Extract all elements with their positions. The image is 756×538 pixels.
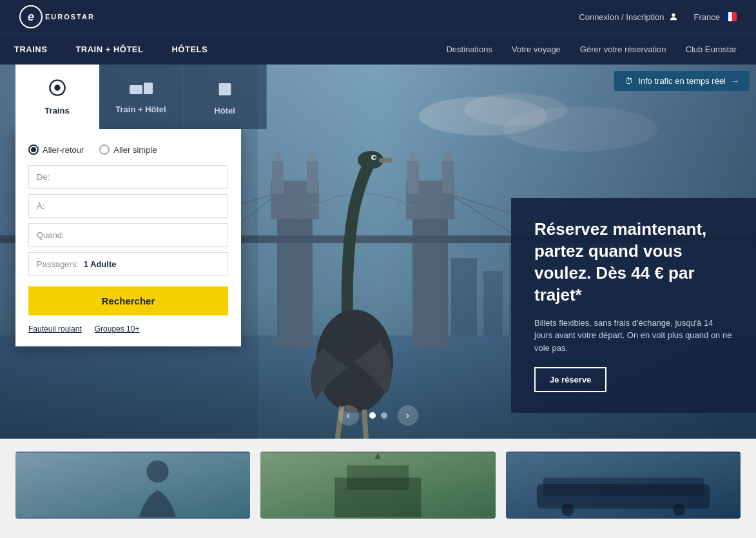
- tab-trains[interactable]: Trains: [15, 65, 99, 129]
- svg-rect-7: [271, 181, 319, 219]
- wheelchair-link[interactable]: Fauteuil roulant: [28, 324, 82, 334]
- aller-retour-option[interactable]: Aller-retour: [28, 144, 84, 155]
- svg-rect-25: [451, 258, 477, 335]
- svg-rect-14: [407, 161, 419, 194]
- card-2[interactable]: [260, 452, 495, 519]
- passengers-field[interactable]: Passagers: 1 Adulte: [28, 252, 228, 276]
- card-3-image: [506, 452, 741, 519]
- svg-point-37: [54, 85, 60, 90]
- svg-point-3: [419, 97, 548, 135]
- when-placeholder: Quand:: [37, 230, 64, 240]
- svg-rect-46: [347, 465, 409, 490]
- bottom-cards: [0, 439, 756, 532]
- svg-rect-6: [277, 206, 313, 348]
- extra-links: Fauteuil roulant Groupes 10+: [28, 324, 228, 334]
- svg-rect-12: [412, 206, 448, 348]
- svg-point-30: [371, 155, 376, 160]
- promo-title: Réservez maintenant, partez quand vous v…: [534, 219, 733, 306]
- aller-simple-label: Aller simple: [113, 145, 157, 155]
- from-placeholder: De:: [37, 172, 50, 182]
- svg-point-28: [358, 151, 383, 169]
- card-1[interactable]: [15, 452, 250, 519]
- login-link[interactable]: Connexion / Inscription: [579, 12, 678, 22]
- svg-point-31: [373, 156, 376, 159]
- aller-retour-radio[interactable]: [28, 144, 39, 155]
- traffic-arrow: →: [731, 76, 739, 86]
- carousel-next[interactable]: ›: [398, 405, 418, 426]
- traffic-info-button[interactable]: ⏱ Info trafic en temps réel →: [614, 71, 750, 91]
- nav-reservation[interactable]: Gérer votre réservation: [580, 45, 666, 54]
- top-right-controls: Connexion / Inscription France: [579, 12, 737, 22]
- svg-rect-42: [15, 453, 250, 517]
- top-bar: e EUROSTAR Connexion / Inscription Franc…: [0, 0, 756, 34]
- svg-point-43: [146, 461, 169, 483]
- logo: e EUROSTAR: [19, 5, 95, 28]
- country-label: France: [694, 12, 720, 22]
- to-field[interactable]: À:: [28, 194, 228, 218]
- nav-right: Destinations Votre voyage Gérer votre ré…: [446, 45, 756, 54]
- svg-point-32: [316, 310, 393, 413]
- tab-hotel[interactable]: Hôtel: [183, 65, 267, 129]
- promo-description: Billets flexibles, sans frais d'échange,…: [534, 317, 733, 355]
- search-panel: Aller-retour Aller simple De: À: Quand: …: [15, 129, 241, 346]
- tab-train-hotel[interactable]: Train + Hôtel: [99, 65, 183, 129]
- trains-icon: [48, 79, 66, 101]
- aller-simple-option[interactable]: Aller simple: [99, 144, 157, 155]
- promo-button[interactable]: Je réserve: [534, 367, 606, 392]
- card-2-image: [260, 452, 495, 519]
- svg-marker-16: [407, 148, 419, 161]
- svg-rect-41: [222, 83, 227, 88]
- svg-marker-11: [307, 148, 318, 161]
- groups-link[interactable]: Groupes 10+: [95, 324, 140, 334]
- logo-circle: e: [19, 5, 43, 28]
- country-selector[interactable]: France: [694, 12, 737, 22]
- nav-bar: TRAINS TRAIN + HÔTEL HÔTELS Destinations…: [0, 34, 756, 65]
- nav-club[interactable]: Club Eurostar: [686, 45, 737, 54]
- carousel-controls: ‹ ›: [338, 405, 418, 426]
- traffic-icon: ⏱: [625, 76, 633, 86]
- logo-letter: e: [28, 10, 34, 24]
- carousel-prev[interactable]: ‹: [338, 405, 359, 426]
- carousel-dot-1[interactable]: [369, 412, 376, 419]
- user-icon: [668, 12, 679, 22]
- svg-rect-13: [406, 181, 454, 219]
- aller-simple-radio[interactable]: [99, 144, 110, 155]
- svg-rect-8: [272, 161, 284, 194]
- svg-line-24: [448, 194, 516, 235]
- svg-rect-38: [130, 85, 142, 94]
- nav-item-hotels[interactable]: HÔTELS: [157, 34, 222, 65]
- card-3[interactable]: [506, 452, 741, 519]
- svg-point-4: [464, 94, 567, 126]
- logo-name: EUROSTAR: [45, 13, 95, 21]
- carousel-dots: [369, 412, 387, 419]
- nav-item-trains[interactable]: TRAINS: [0, 34, 61, 65]
- svg-rect-9: [307, 161, 318, 194]
- nav-item-train-hotel[interactable]: TRAIN + HÔTEL: [61, 34, 157, 65]
- aller-retour-label: Aller-retour: [43, 145, 84, 155]
- trip-type-selector: Aller-retour Aller simple: [28, 144, 228, 155]
- hotel-icon: [216, 79, 234, 101]
- tab-hotel-label: Hôtel: [214, 106, 235, 115]
- from-field[interactable]: De:: [28, 165, 228, 189]
- nav-destinations[interactable]: Destinations: [446, 45, 492, 54]
- svg-marker-10: [272, 148, 284, 161]
- svg-point-51: [561, 504, 574, 516]
- nav-left: TRAINS TRAIN + HÔTEL HÔTELS: [0, 34, 222, 65]
- promo-box: Réservez maintenant, partez quand vous v…: [511, 198, 756, 413]
- svg-rect-29: [379, 158, 392, 163]
- carousel-dot-2[interactable]: [381, 412, 387, 419]
- train-hotel-icon: [130, 80, 153, 99]
- passengers-value: 1 Adulte: [84, 259, 117, 269]
- traffic-label: Info trafic en temps réel: [638, 76, 726, 86]
- search-button[interactable]: Rechercher: [28, 286, 228, 315]
- login-label: Connexion / Inscription: [579, 12, 664, 22]
- svg-point-52: [673, 504, 685, 516]
- nav-voyage[interactable]: Votre voyage: [512, 45, 561, 54]
- svg-point-5: [503, 106, 657, 152]
- svg-marker-17: [442, 148, 454, 161]
- tab-train-hotel-label: Train + Hôtel: [115, 105, 166, 114]
- france-flag: [724, 12, 737, 21]
- when-field[interactable]: Quand:: [28, 223, 228, 247]
- svg-point-0: [672, 14, 675, 17]
- svg-rect-18: [277, 235, 448, 243]
